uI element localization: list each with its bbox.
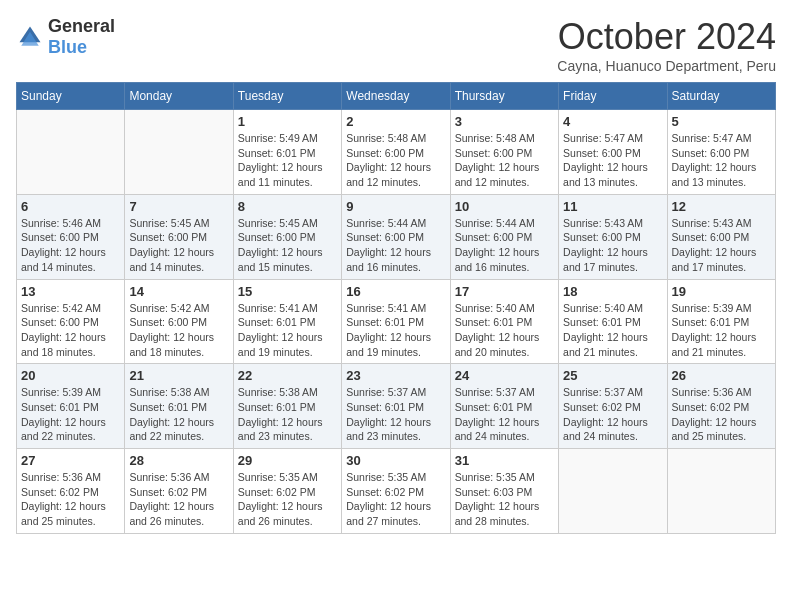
calendar-day-cell: 15Sunrise: 5:41 AM Sunset: 6:01 PM Dayli…	[233, 279, 341, 364]
day-number: 29	[238, 453, 337, 468]
day-info: Sunrise: 5:49 AM Sunset: 6:01 PM Dayligh…	[238, 131, 337, 190]
day-info: Sunrise: 5:43 AM Sunset: 6:00 PM Dayligh…	[672, 216, 771, 275]
day-info: Sunrise: 5:38 AM Sunset: 6:01 PM Dayligh…	[129, 385, 228, 444]
day-info: Sunrise: 5:37 AM Sunset: 6:02 PM Dayligh…	[563, 385, 662, 444]
day-number: 18	[563, 284, 662, 299]
calendar-day-cell: 23Sunrise: 5:37 AM Sunset: 6:01 PM Dayli…	[342, 364, 450, 449]
calendar-week-row: 1Sunrise: 5:49 AM Sunset: 6:01 PM Daylig…	[17, 110, 776, 195]
calendar-day-cell: 21Sunrise: 5:38 AM Sunset: 6:01 PM Dayli…	[125, 364, 233, 449]
calendar-week-row: 27Sunrise: 5:36 AM Sunset: 6:02 PM Dayli…	[17, 449, 776, 534]
logo: General Blue	[16, 16, 115, 58]
day-info: Sunrise: 5:35 AM Sunset: 6:03 PM Dayligh…	[455, 470, 554, 529]
day-info: Sunrise: 5:39 AM Sunset: 6:01 PM Dayligh…	[21, 385, 120, 444]
day-number: 25	[563, 368, 662, 383]
day-info: Sunrise: 5:41 AM Sunset: 6:01 PM Dayligh…	[346, 301, 445, 360]
day-info: Sunrise: 5:43 AM Sunset: 6:00 PM Dayligh…	[563, 216, 662, 275]
day-info: Sunrise: 5:47 AM Sunset: 6:00 PM Dayligh…	[672, 131, 771, 190]
month-title: October 2024	[557, 16, 776, 58]
calendar-week-row: 20Sunrise: 5:39 AM Sunset: 6:01 PM Dayli…	[17, 364, 776, 449]
calendar-day-cell	[667, 449, 775, 534]
day-info: Sunrise: 5:37 AM Sunset: 6:01 PM Dayligh…	[455, 385, 554, 444]
day-number: 30	[346, 453, 445, 468]
calendar-day-cell: 11Sunrise: 5:43 AM Sunset: 6:00 PM Dayli…	[559, 194, 667, 279]
calendar-day-cell	[559, 449, 667, 534]
day-info: Sunrise: 5:39 AM Sunset: 6:01 PM Dayligh…	[672, 301, 771, 360]
day-number: 31	[455, 453, 554, 468]
calendar-day-cell: 19Sunrise: 5:39 AM Sunset: 6:01 PM Dayli…	[667, 279, 775, 364]
location-title: Cayna, Huanuco Department, Peru	[557, 58, 776, 74]
calendar-day-cell: 8Sunrise: 5:45 AM Sunset: 6:00 PM Daylig…	[233, 194, 341, 279]
day-number: 8	[238, 199, 337, 214]
day-info: Sunrise: 5:44 AM Sunset: 6:00 PM Dayligh…	[346, 216, 445, 275]
weekday-header-monday: Monday	[125, 83, 233, 110]
calendar-day-cell: 27Sunrise: 5:36 AM Sunset: 6:02 PM Dayli…	[17, 449, 125, 534]
day-number: 26	[672, 368, 771, 383]
day-number: 6	[21, 199, 120, 214]
calendar-day-cell	[17, 110, 125, 195]
calendar-day-cell: 18Sunrise: 5:40 AM Sunset: 6:01 PM Dayli…	[559, 279, 667, 364]
day-number: 24	[455, 368, 554, 383]
day-number: 23	[346, 368, 445, 383]
day-number: 17	[455, 284, 554, 299]
title-section: October 2024 Cayna, Huanuco Department, …	[557, 16, 776, 74]
day-info: Sunrise: 5:40 AM Sunset: 6:01 PM Dayligh…	[563, 301, 662, 360]
day-info: Sunrise: 5:37 AM Sunset: 6:01 PM Dayligh…	[346, 385, 445, 444]
calendar-day-cell: 9Sunrise: 5:44 AM Sunset: 6:00 PM Daylig…	[342, 194, 450, 279]
day-info: Sunrise: 5:36 AM Sunset: 6:02 PM Dayligh…	[129, 470, 228, 529]
weekday-header-saturday: Saturday	[667, 83, 775, 110]
calendar-day-cell: 26Sunrise: 5:36 AM Sunset: 6:02 PM Dayli…	[667, 364, 775, 449]
weekday-header-wednesday: Wednesday	[342, 83, 450, 110]
page-header: General Blue October 2024 Cayna, Huanuco…	[16, 16, 776, 74]
calendar-day-cell: 29Sunrise: 5:35 AM Sunset: 6:02 PM Dayli…	[233, 449, 341, 534]
calendar-day-cell: 12Sunrise: 5:43 AM Sunset: 6:00 PM Dayli…	[667, 194, 775, 279]
calendar-day-cell: 6Sunrise: 5:46 AM Sunset: 6:00 PM Daylig…	[17, 194, 125, 279]
weekday-header-row: SundayMondayTuesdayWednesdayThursdayFrid…	[17, 83, 776, 110]
calendar-day-cell: 30Sunrise: 5:35 AM Sunset: 6:02 PM Dayli…	[342, 449, 450, 534]
day-number: 15	[238, 284, 337, 299]
calendar-table: SundayMondayTuesdayWednesdayThursdayFrid…	[16, 82, 776, 534]
day-info: Sunrise: 5:45 AM Sunset: 6:00 PM Dayligh…	[129, 216, 228, 275]
day-number: 3	[455, 114, 554, 129]
day-number: 21	[129, 368, 228, 383]
calendar-day-cell: 2Sunrise: 5:48 AM Sunset: 6:00 PM Daylig…	[342, 110, 450, 195]
calendar-day-cell: 28Sunrise: 5:36 AM Sunset: 6:02 PM Dayli…	[125, 449, 233, 534]
day-number: 9	[346, 199, 445, 214]
calendar-day-cell: 16Sunrise: 5:41 AM Sunset: 6:01 PM Dayli…	[342, 279, 450, 364]
day-number: 11	[563, 199, 662, 214]
day-number: 14	[129, 284, 228, 299]
day-info: Sunrise: 5:42 AM Sunset: 6:00 PM Dayligh…	[129, 301, 228, 360]
calendar-day-cell: 5Sunrise: 5:47 AM Sunset: 6:00 PM Daylig…	[667, 110, 775, 195]
day-info: Sunrise: 5:35 AM Sunset: 6:02 PM Dayligh…	[346, 470, 445, 529]
calendar-day-cell: 1Sunrise: 5:49 AM Sunset: 6:01 PM Daylig…	[233, 110, 341, 195]
logo-icon	[16, 23, 44, 51]
day-number: 2	[346, 114, 445, 129]
day-info: Sunrise: 5:41 AM Sunset: 6:01 PM Dayligh…	[238, 301, 337, 360]
day-info: Sunrise: 5:45 AM Sunset: 6:00 PM Dayligh…	[238, 216, 337, 275]
day-info: Sunrise: 5:44 AM Sunset: 6:00 PM Dayligh…	[455, 216, 554, 275]
calendar-day-cell	[125, 110, 233, 195]
day-number: 5	[672, 114, 771, 129]
calendar-day-cell: 14Sunrise: 5:42 AM Sunset: 6:00 PM Dayli…	[125, 279, 233, 364]
day-info: Sunrise: 5:48 AM Sunset: 6:00 PM Dayligh…	[346, 131, 445, 190]
day-number: 16	[346, 284, 445, 299]
day-info: Sunrise: 5:47 AM Sunset: 6:00 PM Dayligh…	[563, 131, 662, 190]
calendar-week-row: 13Sunrise: 5:42 AM Sunset: 6:00 PM Dayli…	[17, 279, 776, 364]
weekday-header-sunday: Sunday	[17, 83, 125, 110]
day-number: 12	[672, 199, 771, 214]
logo-blue-text: Blue	[48, 37, 87, 57]
day-info: Sunrise: 5:36 AM Sunset: 6:02 PM Dayligh…	[672, 385, 771, 444]
day-info: Sunrise: 5:48 AM Sunset: 6:00 PM Dayligh…	[455, 131, 554, 190]
calendar-day-cell: 7Sunrise: 5:45 AM Sunset: 6:00 PM Daylig…	[125, 194, 233, 279]
calendar-day-cell: 25Sunrise: 5:37 AM Sunset: 6:02 PM Dayli…	[559, 364, 667, 449]
day-number: 27	[21, 453, 120, 468]
day-info: Sunrise: 5:46 AM Sunset: 6:00 PM Dayligh…	[21, 216, 120, 275]
day-number: 28	[129, 453, 228, 468]
calendar-day-cell: 22Sunrise: 5:38 AM Sunset: 6:01 PM Dayli…	[233, 364, 341, 449]
day-number: 22	[238, 368, 337, 383]
day-number: 20	[21, 368, 120, 383]
calendar-day-cell: 3Sunrise: 5:48 AM Sunset: 6:00 PM Daylig…	[450, 110, 558, 195]
calendar-day-cell: 4Sunrise: 5:47 AM Sunset: 6:00 PM Daylig…	[559, 110, 667, 195]
calendar-day-cell: 20Sunrise: 5:39 AM Sunset: 6:01 PM Dayli…	[17, 364, 125, 449]
day-info: Sunrise: 5:35 AM Sunset: 6:02 PM Dayligh…	[238, 470, 337, 529]
day-number: 4	[563, 114, 662, 129]
